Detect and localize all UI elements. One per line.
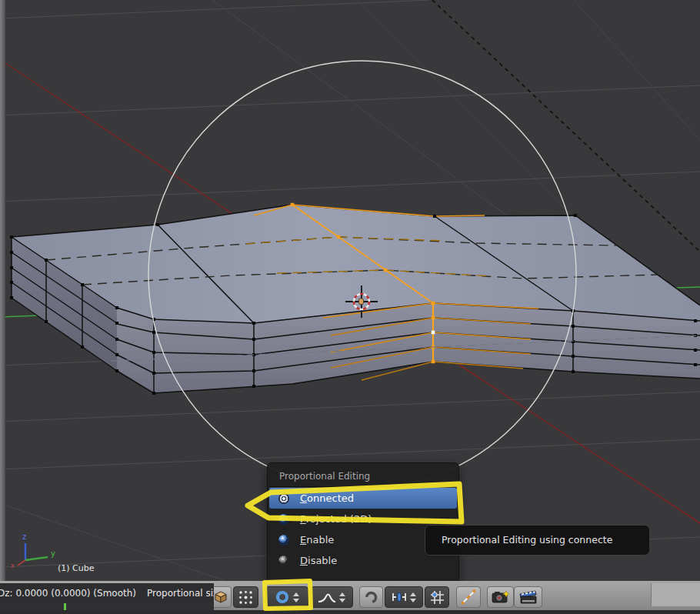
axis-y-label: y	[51, 549, 55, 558]
menu-item-label: Enable	[300, 534, 334, 546]
active-object-label: (1) Cube	[58, 563, 94, 573]
falloff-dropdown[interactable]	[310, 586, 353, 608]
camera-icon	[492, 589, 510, 605]
transform-status-bar: Dz: 0.0000 (0.0000) (Smooth) Proportiona…	[0, 583, 214, 603]
proportional-editing-menu: Proportional Editing Connected Projected…	[267, 462, 459, 582]
prop-on-icon	[278, 535, 289, 546]
prop-off-icon	[278, 556, 289, 566]
prop-projected-icon	[278, 514, 289, 525]
tooltip-text: Proportional Editing using connecte	[425, 526, 612, 555]
viewport-edge-strip	[0, 0, 5, 581]
menu-title: Proportional Editing	[268, 463, 458, 486]
grid-dot-icon	[430, 590, 445, 605]
snap-increment-icon	[392, 591, 407, 603]
prop-connected-icon	[278, 493, 289, 504]
menu-item-label: Projected (2D)	[300, 513, 372, 525]
proportional-editing-dropdown[interactable]	[265, 586, 308, 608]
snap-target-button[interactable]	[425, 586, 449, 608]
menu-item-label: Connected	[300, 492, 354, 504]
converge-arrows-icon	[461, 589, 476, 605]
tooltip: Proportional Editing using connecte	[425, 525, 650, 556]
snap-peel-button[interactable]	[456, 586, 481, 608]
dropdown-arrows-icon	[339, 592, 345, 602]
cube-icon	[214, 590, 228, 604]
smooth-curve-icon	[318, 591, 336, 603]
transform-delta-text: Dz: 0.0000 (0.0000) (Smooth)	[0, 588, 136, 599]
proportional-editing-icon	[275, 589, 290, 605]
manipulator-button[interactable]	[233, 586, 258, 608]
proportional-size-text: Proportional size: 0.75	[147, 588, 214, 599]
menu-item-label: Disable	[300, 555, 337, 566]
snap-toggle-button[interactable]	[359, 586, 383, 608]
mesh-cube[interactable]	[12, 205, 700, 393]
dropdown-arrows-icon	[293, 592, 299, 602]
blender-window: z y x (1) Cube Proportional Editing Conn…	[0, 0, 700, 614]
opengl-animation-button[interactable]	[514, 586, 542, 608]
dots-icon	[238, 590, 253, 605]
timeline-strip-bottom[interactable]	[0, 610, 700, 614]
viewport-header: Dz: 0.0000 (0.0000) (Smooth) Proportiona…	[0, 581, 700, 614]
axis-z-label: z	[22, 532, 26, 541]
magnet-icon	[365, 590, 378, 604]
editor-corner-widget[interactable]	[651, 583, 700, 606]
opengl-render-button[interactable]	[487, 586, 514, 608]
snap-element-dropdown[interactable]	[385, 586, 423, 608]
clapperboard-icon	[518, 589, 538, 605]
menu-item-connected[interactable]: Connected	[269, 488, 457, 509]
axis-x-label: x	[11, 562, 15, 569]
dropdown-arrows-icon	[410, 592, 416, 602]
